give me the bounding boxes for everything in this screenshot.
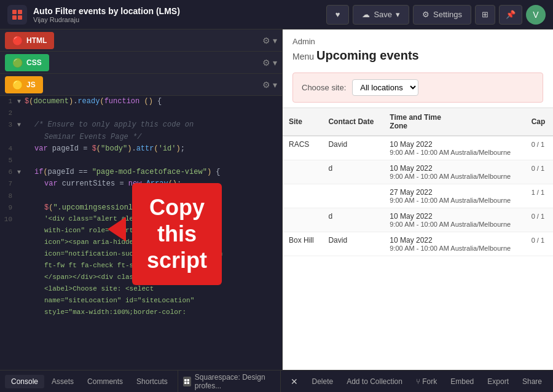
cell-cap: 1 / 1	[525, 184, 553, 208]
add-to-collection-button[interactable]: Add to Collection	[340, 375, 409, 388]
css-gear-icon[interactable]: ⚙	[262, 58, 270, 68]
code-line-10f: </span></div><div class="alert-message">	[0, 272, 282, 284]
choose-site-bar: Choose site: All locations	[292, 73, 543, 103]
events-table: Site Contact Date Time and TimeZone Cap …	[283, 108, 553, 256]
table-row: RACS David 10 May 2022 9:00 AM - 10:00 A…	[283, 136, 553, 160]
css-icon: 🟢	[12, 58, 23, 68]
admin-label: Admin	[283, 29, 553, 49]
cell-datetime: 27 May 2022 9:00 AM - 10:00 AM Australia…	[383, 184, 525, 208]
squarespace-icon	[183, 377, 191, 386]
cell-site	[283, 208, 322, 232]
cell-datetime: 10 May 2022 9:00 AM - 10:00 AM Australia…	[383, 232, 525, 256]
tab-comments[interactable]: Comments	[81, 375, 129, 388]
js-gear-icon[interactable]: ⚙	[262, 80, 270, 90]
toolbar-actions: ♥ ☁ Save ▾ ⚙ Settings ⊞ 📌 V	[326, 5, 546, 25]
title-group: Auto Filter events by location (LMS) Vij…	[33, 6, 326, 23]
code-line-2: 2	[0, 108, 282, 119]
grid-button[interactable]: ⊞	[475, 5, 495, 25]
code-line-5: 5	[0, 155, 282, 167]
tab-assets[interactable]: Assets	[45, 375, 80, 388]
squarespace-logo: Squarespace: Design profes...	[178, 370, 281, 392]
export-button[interactable]: Export	[481, 375, 515, 388]
code-line-10g: <label>Choose site: <select	[0, 284, 282, 296]
code-line-10h: name="siteLocation" id="siteLocation"	[0, 296, 282, 307]
tab-console[interactable]: Console	[5, 375, 44, 388]
table-row: d 10 May 2022 9:00 AM - 10:00 AM Austral…	[283, 160, 553, 184]
code-line-4: 4 var pageId = $("body").attr('id');	[0, 143, 282, 155]
cell-datetime: 10 May 2022 9:00 AM - 10:00 AM Australia…	[383, 136, 525, 160]
embed-button[interactable]: Embed	[444, 375, 480, 388]
code-line-10: 10 '<div class="alert alert-danger alert…	[0, 214, 282, 225]
fork-icon: ⑂	[416, 377, 420, 386]
code-line-10d: icon="notification-success" class="flex-…	[0, 249, 282, 261]
cell-datetime: 10 May 2022 9:00 AM - 10:00 AM Australia…	[383, 160, 525, 184]
js-chevron-icon[interactable]: ▾	[273, 80, 277, 90]
cell-datetime: 10 May 2022 9:00 AM - 10:00 AM Australia…	[383, 208, 525, 232]
tab-shortcuts[interactable]: Shortcuts	[130, 375, 174, 388]
cell-contact	[322, 184, 383, 208]
cell-contact: d	[322, 160, 383, 184]
cell-site: Box Hill	[283, 232, 322, 256]
delete-button[interactable]: Delete	[305, 375, 339, 388]
col-contact-date: Contact Date	[322, 108, 383, 136]
svg-rect-0	[12, 10, 17, 14]
code-line-3a: 3 ▼ /* Ensure to only apply this code on	[0, 119, 282, 131]
heart-button[interactable]: ♥	[326, 5, 350, 25]
code-line-10i: style="max-width:100%;border-color:	[0, 307, 282, 319]
cloud-icon: ☁	[362, 10, 370, 19]
save-button[interactable]: ☁ Save ▾	[353, 5, 409, 25]
pin-button[interactable]: 📌	[499, 5, 522, 25]
top-bar: Auto Filter events by location (LMS) Vij…	[0, 0, 553, 29]
all-locations-select[interactable]: All locations	[352, 79, 418, 96]
cell-cap: 0 / 1	[525, 208, 553, 232]
code-line-10b: with-icon" role="alert"><div class="aler…	[0, 225, 282, 237]
preview-panel: Admin MenuUpcoming events Choose site: A…	[283, 29, 553, 370]
admin-menu: MenuUpcoming events	[283, 49, 553, 68]
tab-js[interactable]: 🟡 JS	[5, 76, 43, 93]
svg-rect-2	[12, 15, 17, 20]
cell-site	[283, 160, 322, 184]
bottom-bar: Console Assets Comments Shortcuts Square…	[0, 370, 553, 392]
fork-button[interactable]: ⑂ Fork	[410, 375, 443, 388]
page-title: Auto Filter events by location (LMS)	[33, 6, 326, 16]
cell-contact: David	[322, 232, 383, 256]
code-line-9: 9 $(".upcomingsessionlist").prepend(	[0, 202, 282, 214]
code-line-3b: Seminar Events Page */	[0, 131, 282, 143]
app-logo	[7, 5, 27, 25]
code-editor[interactable]: 1 ▼ $(document).ready(function () { 2 3 …	[0, 96, 282, 370]
table-row: Box Hill David 10 May 2022 9:00 AM - 10:…	[283, 232, 553, 256]
js-icon: 🟡	[12, 80, 23, 90]
cell-contact: d	[322, 208, 383, 232]
cell-site: RACS	[283, 136, 322, 160]
table-row: 27 May 2022 9:00 AM - 10:00 AM Australia…	[283, 184, 553, 208]
code-panel: 🔴 HTML ⚙ ▾ 🟢 CSS ⚙ ▾ 🟡 JS	[0, 29, 283, 370]
cell-cap: 0 / 1	[525, 136, 553, 160]
code-line-1: 1 ▼ $(document).ready(function () {	[0, 96, 282, 108]
page-subtitle: Vijay Rudraraju	[33, 16, 326, 23]
col-time-zone: Time and TimeZone	[383, 108, 525, 136]
html-chevron-icon[interactable]: ▾	[273, 36, 277, 45]
cell-cap: 0 / 1	[525, 160, 553, 184]
html-tab-bar: 🔴 HTML ⚙ ▾	[0, 29, 282, 52]
chevron-down-icon: ▾	[396, 10, 400, 19]
tab-html[interactable]: 🔴 HTML	[5, 32, 54, 49]
svg-rect-6	[184, 382, 187, 384]
squarespace-label: Squarespace: Design profes...	[195, 373, 276, 390]
share-button[interactable]: Share	[516, 375, 548, 388]
code-line-10c: icon"><span aria-hidden="true" data-flex…	[0, 237, 282, 249]
css-chevron-icon[interactable]: ▾	[273, 58, 277, 68]
code-line-10e: ft-fw ft fa-check ft-size-200 ft-flip-rt…	[0, 261, 282, 272]
table-row: d 10 May 2022 9:00 AM - 10:00 AM Austral…	[283, 208, 553, 232]
code-line-8: 8	[0, 190, 282, 202]
tab-css[interactable]: 🟢 CSS	[5, 54, 49, 71]
col-site: Site	[283, 108, 322, 136]
bottom-right-actions: ✕ Delete Add to Collection ⑂ Fork Embed …	[284, 374, 548, 389]
svg-rect-3	[18, 15, 22, 20]
svg-rect-4	[184, 379, 187, 382]
html-gear-icon[interactable]: ⚙	[262, 36, 270, 45]
settings-button[interactable]: ⚙ Settings	[413, 5, 471, 25]
close-button[interactable]: ✕	[284, 374, 304, 389]
avatar: V	[526, 5, 546, 25]
svg-rect-1	[18, 10, 22, 14]
svg-rect-7	[187, 382, 190, 384]
